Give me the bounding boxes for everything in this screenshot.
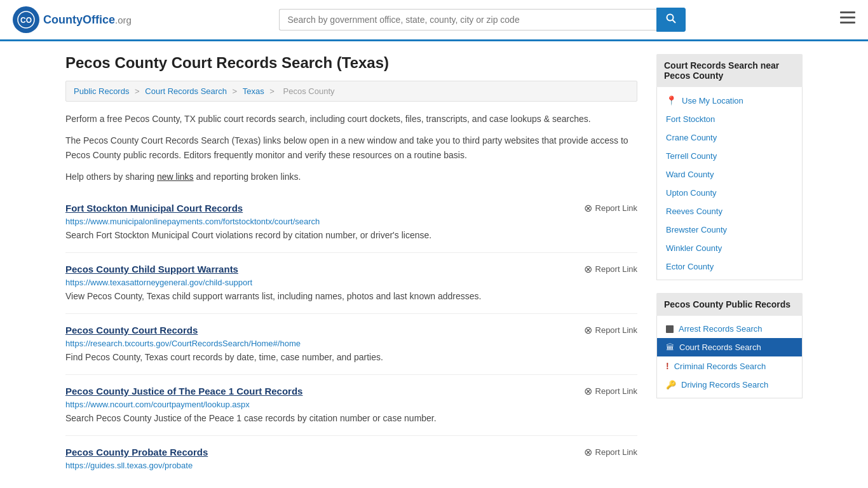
result-desc-1: View Pecos County, Texas child support w… bbox=[65, 290, 637, 303]
result-title-1[interactable]: Pecos County Child Support Warrants bbox=[65, 264, 238, 274]
breadcrumb-texas[interactable]: Texas bbox=[243, 86, 264, 96]
square-icon bbox=[666, 325, 674, 333]
report-icon-4: ⊗ bbox=[584, 446, 592, 458]
report-link-4[interactable]: ⊗ Report Link bbox=[584, 446, 637, 458]
logo-text: CountyOffice.org bbox=[43, 13, 132, 27]
location-icon: 📍 bbox=[666, 95, 677, 105]
result-item: Pecos County Probate Records ⊗ Report Li… bbox=[65, 436, 637, 483]
nearby-link-6[interactable]: Reeves County bbox=[657, 202, 802, 220]
result-item: Fort Stockton Municipal Court Records ⊗ … bbox=[65, 192, 637, 253]
exclaim-icon: ! bbox=[666, 361, 669, 371]
result-desc-0: Search Fort Stockton Municipal Court vio… bbox=[65, 229, 637, 242]
nearby-link-8[interactable]: Winkler County bbox=[657, 239, 802, 257]
car-icon: 🔑 bbox=[666, 380, 676, 390]
svg-rect-6 bbox=[840, 22, 855, 24]
report-link-2[interactable]: ⊗ Report Link bbox=[584, 324, 637, 336]
public-records-section: Pecos County Public Records Arrest Recor… bbox=[656, 293, 803, 398]
result-item: Pecos County Child Support Warrants ⊗ Re… bbox=[65, 253, 637, 314]
report-icon-0: ⊗ bbox=[584, 202, 592, 214]
results-list: Fort Stockton Municipal Court Records ⊗ … bbox=[65, 192, 637, 483]
breadcrumb-current: Pecos County bbox=[283, 86, 335, 96]
sidebar: Court Records Search near Pecos County 📍… bbox=[656, 54, 803, 483]
public-records-link-2[interactable]: !Criminal Records Search bbox=[657, 356, 802, 376]
result-desc-3: Search Pecos County Justice of the Peace… bbox=[65, 412, 637, 425]
header: CO CountyOffice.org bbox=[0, 0, 868, 41]
result-url-3[interactable]: https://www.ncourt.com/courtpayment/look… bbox=[65, 400, 637, 409]
result-title-0[interactable]: Fort Stockton Municipal Court Records bbox=[65, 203, 243, 214]
nearby-links: 📍Use My LocationFort StocktonCrane Count… bbox=[656, 87, 803, 280]
result-title-4[interactable]: Pecos County Probate Records bbox=[65, 447, 208, 458]
result-url-4[interactable]: https://guides.sll.texas.gov/probate bbox=[65, 461, 637, 470]
result-desc-2: Find Pecos County, Texas court records b… bbox=[65, 351, 637, 364]
result-title-2[interactable]: Pecos County Court Records bbox=[65, 325, 198, 336]
report-icon-2: ⊗ bbox=[584, 324, 592, 336]
page-title: Pecos County Court Records Search (Texas… bbox=[65, 54, 637, 72]
public-records-link-3[interactable]: 🔑Driving Records Search bbox=[657, 376, 802, 394]
result-url-2[interactable]: https://research.txcourts.gov/CourtRecor… bbox=[65, 339, 637, 348]
search-button[interactable] bbox=[656, 8, 686, 32]
public-records-link-1[interactable]: 🏛Court Records Search bbox=[657, 338, 802, 356]
nearby-link-1[interactable]: Fort Stockton bbox=[657, 110, 802, 128]
nearby-link-3[interactable]: Terrell County bbox=[657, 147, 802, 165]
report-icon-1: ⊗ bbox=[584, 263, 592, 275]
nearby-link-9[interactable]: Ector County bbox=[657, 257, 802, 276]
building-icon: 🏛 bbox=[666, 342, 674, 352]
breadcrumb-court-records[interactable]: Court Records Search bbox=[145, 86, 227, 96]
nearby-title: Court Records Search near Pecos County bbox=[656, 54, 803, 87]
report-link-1[interactable]: ⊗ Report Link bbox=[584, 263, 637, 275]
nearby-link-7[interactable]: Brewster County bbox=[657, 220, 802, 239]
svg-rect-5 bbox=[840, 17, 855, 18]
logo[interactable]: CO CountyOffice.org bbox=[13, 6, 132, 33]
public-records-title: Pecos County Public Records bbox=[656, 293, 803, 316]
result-item: Pecos County Court Records ⊗ Report Link… bbox=[65, 314, 637, 375]
search-area bbox=[279, 8, 686, 32]
nearby-link-2[interactable]: Crane County bbox=[657, 128, 802, 147]
public-records-link-0[interactable]: Arrest Records Search bbox=[657, 320, 802, 338]
nearby-link-4[interactable]: Ward County bbox=[657, 165, 802, 184]
description-para1: Perform a free Pecos County, TX public c… bbox=[65, 112, 637, 126]
svg-point-2 bbox=[667, 15, 674, 21]
content-area: Pecos County Court Records Search (Texas… bbox=[65, 54, 637, 483]
result-url-0[interactable]: https://www.municipalonlinepayments.com/… bbox=[65, 217, 637, 226]
logo-icon: CO bbox=[13, 6, 39, 33]
hamburger-menu[interactable] bbox=[840, 11, 855, 28]
new-links-link[interactable]: new links bbox=[157, 172, 194, 182]
report-link-3[interactable]: ⊗ Report Link bbox=[584, 385, 637, 397]
svg-rect-4 bbox=[840, 11, 855, 13]
report-link-0[interactable]: ⊗ Report Link bbox=[584, 202, 637, 214]
description-para3: Help others by sharing new links and rep… bbox=[65, 170, 637, 184]
search-icon bbox=[666, 13, 676, 24]
breadcrumb: Public Records > Court Records Search > … bbox=[65, 81, 637, 102]
breadcrumb-public-records[interactable]: Public Records bbox=[74, 86, 129, 96]
report-icon-3: ⊗ bbox=[584, 385, 592, 397]
result-item: Pecos County Justice of The Peace 1 Cour… bbox=[65, 375, 637, 436]
svg-text:CO: CO bbox=[20, 16, 32, 25]
nearby-link-5[interactable]: Upton County bbox=[657, 184, 802, 202]
nearby-section: Court Records Search near Pecos County 📍… bbox=[656, 54, 803, 280]
search-input[interactable] bbox=[279, 9, 656, 30]
result-title-3[interactable]: Pecos County Justice of The Peace 1 Cour… bbox=[65, 386, 302, 396]
public-records-links: Arrest Records Search🏛Court Records Sear… bbox=[656, 316, 803, 398]
nearby-link-0[interactable]: 📍Use My Location bbox=[657, 91, 802, 110]
main-wrapper: Pecos County Court Records Search (Texas… bbox=[53, 41, 815, 488]
result-url-1[interactable]: https://www.texasattorneygeneral.gov/chi… bbox=[65, 278, 637, 287]
svg-line-3 bbox=[673, 20, 676, 24]
description-para2: The Pecos County Court Records Search (T… bbox=[65, 133, 637, 162]
